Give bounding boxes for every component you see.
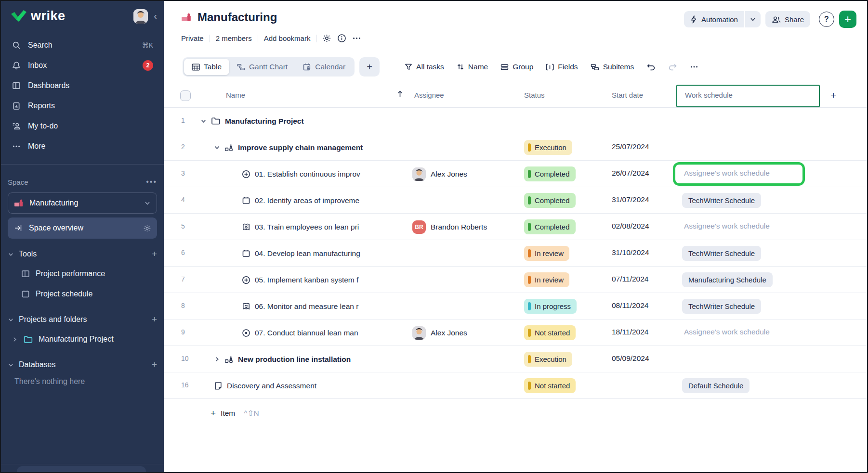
user-avatar[interactable] [133,9,148,24]
tab-table[interactable]: Table [184,59,229,75]
status-badge[interactable]: Not started [524,325,576,340]
chevron-right-icon[interactable] [12,336,18,343]
table-row[interactable]: 3 01. Establish continuous improv Alex J… [164,161,868,187]
task-name[interactable]: 02. Identify areas of improveme [255,196,359,205]
add-tool-icon[interactable]: + [152,249,157,259]
wrike-logo[interactable]: wrike [11,9,133,24]
assignee-avatar[interactable]: BR [412,220,426,234]
start-date[interactable]: 31/07/2024 [612,195,649,204]
add-view-button[interactable]: + [359,57,380,77]
assignee-name[interactable]: Alex Jones [431,170,467,179]
assignee-avatar[interactable] [412,326,426,340]
work-schedule-badge[interactable]: TechWriter Schedule [682,246,761,261]
sidebar-section-projects-folders[interactable]: Projects and folders + [8,310,157,329]
task-name[interactable]: 07. Conduct biannual lean man [255,329,358,337]
sidebar-item-my-todo[interactable]: My to-do [8,116,157,136]
start-date[interactable]: 05/09/2024 [612,354,649,363]
more-dots-icon[interactable] [352,34,361,43]
status-badge[interactable]: Not started [524,378,576,393]
create-new-button[interactable]: + [839,11,856,28]
redo-button[interactable] [668,63,677,71]
assignee-name[interactable]: Alex Jones [431,329,467,337]
add-column-button[interactable]: + [830,89,836,101]
table-row[interactable]: 5 03. Train employees on lean pri BR Bra… [164,214,868,240]
table-row[interactable]: 9 07. Conduct biannual lean man Alex Jon… [164,320,868,346]
add-project-icon[interactable]: + [152,314,157,325]
start-date[interactable]: 08/11/2024 [612,301,648,310]
share-button[interactable]: Share [765,11,810,27]
sidebar-item-space-overview[interactable]: Space overview [8,217,157,239]
automation-button[interactable]: Automation [684,11,744,27]
automation-dropdown-button[interactable] [745,11,761,27]
add-bookmark-link[interactable]: Add bookmark [264,34,311,42]
tab-calendar[interactable]: Calendar [295,59,353,75]
column-header-assignee[interactable]: Assignee [414,91,444,99]
task-name[interactable]: 06. Monitor and measure lean r [255,302,358,311]
table-row[interactable]: 16 Discovery and Assessment Not started … [164,372,868,399]
chevron-down-icon[interactable] [214,144,220,151]
work-schedule-badge[interactable]: TechWriter Schedule [682,193,761,208]
collapse-sidebar-icon[interactable]: ‹ [154,11,157,22]
start-date[interactable]: 07/11/2024 [612,275,648,283]
work-schedule-badge[interactable]: Default Schedule [682,378,750,393]
sidebar-item-manufacturing-project[interactable]: Manufacturing Project [8,329,157,349]
help-button[interactable]: ? [819,12,834,27]
add-database-icon[interactable]: + [152,359,157,370]
start-date[interactable]: 18/11/2024 [612,328,648,336]
column-header-name[interactable]: Name [226,91,245,99]
table-row[interactable]: 4 02. Identify areas of improveme Comple… [164,187,868,214]
toolbar-more-button[interactable] [690,63,698,71]
start-date[interactable]: 02/08/2024 [612,222,649,230]
status-badge[interactable]: Execution [524,352,572,367]
status-badge[interactable]: Execution [524,140,572,155]
work-schedule-badge[interactable]: Manufacturing Schedule [682,272,773,287]
start-date[interactable]: 26/07/2024 [612,169,649,178]
status-badge[interactable]: Completed [524,166,576,181]
undo-button[interactable] [646,63,656,71]
group-by-button[interactable]: Group [500,63,533,71]
status-badge[interactable]: Completed [524,219,576,234]
task-name[interactable]: 01. Establish continuous improv [255,170,360,179]
table-row[interactable]: 6 04. Develop lean manufacturing In revi… [164,240,868,267]
table-row[interactable]: 8 06. Monitor and measure lean r In prog… [164,293,868,320]
sidebar-item-search[interactable]: Search ⌘K [8,35,157,55]
members-label[interactable]: 2 members [216,34,252,42]
sidebar-section-databases[interactable]: Databases + [8,355,157,374]
table-row[interactable]: 2 Improve supply chain management Execut… [164,134,868,161]
sidebar-item-more[interactable]: More [8,136,157,156]
table-row[interactable]: 7 05. Implement kanban system f In revie… [164,267,868,293]
task-name[interactable]: 05. Implement kanban system f [255,276,358,284]
work-schedule-badge[interactable]: TechWriter Schedule [682,299,761,314]
select-all-checkbox[interactable] [180,90,191,101]
sidebar-item-project-schedule[interactable]: Project schedule [8,284,157,304]
privacy-label[interactable]: Private [181,34,204,42]
fields-button[interactable]: Fields [546,63,578,71]
status-badge[interactable]: In review [524,272,569,287]
sidebar-item-reports[interactable]: Reports [8,96,157,116]
tab-gantt-chart[interactable]: Gantt Chart [229,59,295,75]
task-name[interactable]: 03. Train employees on lean pri [255,223,359,231]
task-name[interactable]: New production line installation [238,355,351,364]
sidebar-section-tools[interactable]: Tools + [8,244,157,264]
start-date[interactable]: 31/10/2024 [612,248,649,257]
column-header-status[interactable]: Status [524,91,545,99]
sort-ascending-icon[interactable] [396,90,404,98]
sort-by-button[interactable]: Name [457,63,488,71]
space-more-icon[interactable]: ••• [146,178,157,186]
task-name[interactable]: Discovery and Assessment [227,382,316,390]
status-badge[interactable]: Completed [524,193,576,208]
status-badge[interactable]: In progress [524,299,577,314]
subitems-button[interactable]: Subitems [591,63,634,71]
info-icon[interactable] [337,34,346,43]
work-schedule-placeholder[interactable]: Assignee's work schedule [684,222,770,230]
assignee-avatar[interactable] [412,167,426,181]
filter-all-tasks[interactable]: All tasks [405,63,444,71]
work-schedule-placeholder[interactable]: Assignee's work schedule [684,328,770,336]
column-header-start-date[interactable]: Start date [612,91,643,99]
gear-icon[interactable] [143,224,151,232]
add-item-row[interactable]: + Item ^⇧N [164,399,868,428]
sidebar-item-project-performance[interactable]: Project performance [8,264,157,284]
table-row[interactable]: 10 New production line installation Exec… [164,346,868,372]
status-badge[interactable]: In review [524,246,569,261]
sidebar-item-inbox[interactable]: Inbox 2 [8,55,157,76]
